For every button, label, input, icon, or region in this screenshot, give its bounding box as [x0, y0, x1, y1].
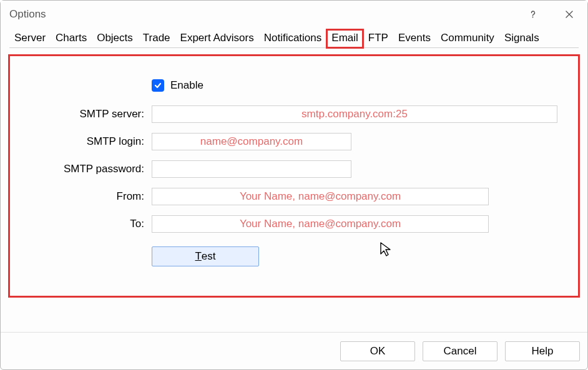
- from-input[interactable]: [152, 188, 489, 205]
- smtp-login-label: SMTP login:: [27, 135, 152, 148]
- options-dialog: Options ServerChartsObjectsTradeExpert A…: [0, 0, 588, 370]
- to-label: To:: [27, 218, 152, 230]
- tab-objects[interactable]: Objects: [92, 29, 138, 48]
- close-icon[interactable]: [551, 1, 587, 28]
- tab-email[interactable]: Email: [326, 29, 363, 48]
- help-icon[interactable]: [515, 1, 551, 28]
- from-label: From:: [27, 190, 152, 203]
- tab-events[interactable]: Events: [393, 29, 436, 48]
- enable-checkbox[interactable]: [152, 79, 164, 92]
- tab-charts[interactable]: Charts: [51, 29, 92, 48]
- tab-signals[interactable]: Signals: [499, 29, 544, 48]
- tab-notifications[interactable]: Notifications: [259, 29, 327, 48]
- window-title: Options: [9, 8, 46, 21]
- svg-point-0: [532, 17, 534, 18]
- help-button[interactable]: Help: [505, 341, 580, 361]
- smtp-password-label: SMTP password:: [27, 163, 152, 175]
- smtp-server-label: SMTP server:: [27, 108, 152, 120]
- email-tab-content: Enable SMTP server: SMTP login: SMTP pas…: [8, 54, 580, 341]
- tab-trade[interactable]: Trade: [138, 29, 175, 48]
- cancel-button[interactable]: Cancel: [423, 341, 497, 361]
- titlebar-controls: [515, 1, 587, 28]
- titlebar: Options: [1, 1, 587, 28]
- tab-strip: ServerChartsObjectsTradeExpert AdvisorsN…: [1, 28, 587, 48]
- tab-server[interactable]: Server: [9, 29, 51, 48]
- smtp-password-input[interactable]: [152, 160, 351, 178]
- tab-ftp[interactable]: FTP: [363, 29, 393, 48]
- smtp-login-input[interactable]: [152, 133, 351, 150]
- dialog-button-bar: OK Cancel Help: [1, 332, 587, 369]
- test-button[interactable]: Test: [152, 246, 259, 266]
- smtp-server-input[interactable]: [152, 105, 557, 123]
- enable-label: Enable: [170, 79, 203, 92]
- tab-community[interactable]: Community: [436, 29, 499, 48]
- to-input[interactable]: [152, 215, 489, 233]
- ok-button[interactable]: OK: [340, 341, 415, 361]
- enable-row: Enable: [152, 79, 561, 92]
- tab-expert-advisors[interactable]: Expert Advisors: [175, 29, 259, 48]
- email-form: Enable SMTP server: SMTP login: SMTP pas…: [8, 54, 580, 266]
